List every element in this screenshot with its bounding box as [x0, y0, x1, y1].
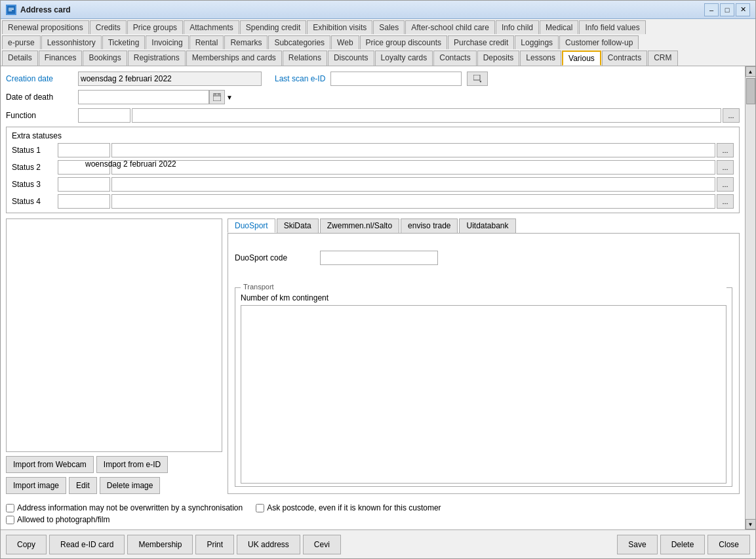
last-scan-dropdown-button[interactable]	[467, 72, 488, 86]
copy-button[interactable]: Copy	[6, 535, 47, 554]
last-scan-input[interactable]	[330, 72, 462, 86]
tab-info-child[interactable]: Info child	[496, 20, 539, 34]
tab-bookings[interactable]: Bookings	[83, 51, 127, 66]
allowed-photo-checkbox[interactable]	[6, 516, 14, 524]
tab-crm[interactable]: CRM	[648, 51, 677, 66]
status-4-input-1[interactable]	[58, 194, 110, 209]
delete-button[interactable]: Delete	[660, 535, 706, 554]
status-3-input-1[interactable]	[58, 177, 110, 192]
scroll-down-button[interactable]: ▼	[746, 519, 756, 529]
right-section: DuoSport SkiData Zwemmen.nl/Salto enviso…	[228, 218, 740, 494]
svg-rect-3	[9, 10, 12, 11]
tab-customer-follow-up[interactable]: Customer follow-up	[559, 35, 639, 49]
tab-purchase-credit[interactable]: Purchase credit	[448, 35, 514, 49]
minimize-button[interactable]: –	[704, 3, 719, 16]
status-3-input-2[interactable]	[111, 177, 715, 192]
transport-section-label: Transport	[241, 283, 726, 291]
tab-discounts[interactable]: Discounts	[328, 51, 374, 66]
tab-subcategories[interactable]: Subcategories	[268, 35, 330, 49]
tab-loggings[interactable]: Loggings	[515, 35, 559, 49]
tab-attachments[interactable]: Attachments	[184, 20, 239, 34]
function-ellipsis-button[interactable]: ...	[723, 108, 740, 123]
transport-km-input-area[interactable]	[241, 305, 726, 484]
close-button-bottom[interactable]: Close	[707, 535, 750, 554]
creation-date-input[interactable]	[78, 72, 262, 86]
ask-postcode-checkbox[interactable]	[256, 504, 264, 512]
status-1-ellipsis[interactable]: ...	[717, 143, 734, 157]
creation-date-label: Creation date	[6, 74, 78, 83]
maximize-button[interactable]: □	[720, 3, 734, 16]
edit-button[interactable]: Edit	[69, 477, 97, 494]
inner-tab-enviso[interactable]: enviso trade	[401, 218, 458, 233]
import-webcam-button[interactable]: Import from Webcam	[6, 456, 94, 473]
delete-image-button[interactable]: Delete image	[100, 477, 161, 494]
status-3-ellipsis[interactable]: ...	[717, 177, 734, 192]
lower-section: Import from Webcam Import from e-ID Impo…	[6, 218, 740, 494]
title-bar: Address card – □ ✕	[1, 1, 755, 19]
tab-credits[interactable]: Credits	[90, 20, 127, 34]
print-button[interactable]: Print	[195, 535, 234, 554]
tab-price-groups[interactable]: Price groups	[127, 20, 183, 34]
function-input-1[interactable]	[78, 108, 130, 123]
inner-tab-skidata[interactable]: SkiData	[277, 218, 319, 233]
tab-exhibition-visits[interactable]: Exhibition visits	[307, 20, 372, 34]
import-image-button[interactable]: Import image	[6, 477, 66, 494]
inner-tab-duosport[interactable]: DuoSport	[228, 218, 275, 233]
tab-after-school[interactable]: After-school child care	[405, 20, 495, 34]
tab-relations[interactable]: Relations	[283, 51, 327, 66]
status-4-ellipsis[interactable]: ...	[717, 194, 734, 209]
tab-registrations[interactable]: Registrations	[128, 51, 186, 66]
tab-medical[interactable]: Medical	[540, 20, 578, 34]
function-input-2[interactable]	[132, 108, 721, 123]
tab-epurse[interactable]: e-purse	[2, 35, 41, 49]
date-of-death-input[interactable]	[78, 90, 209, 104]
inner-tab-uitdatabank[interactable]: Uitdatabank	[459, 218, 515, 233]
date-of-death-calendar-button[interactable]	[209, 90, 225, 104]
svg-rect-4	[473, 75, 480, 80]
status-2-input-2[interactable]	[111, 160, 715, 175]
cevi-button[interactable]: Cevi	[303, 535, 341, 554]
status-4-input-2[interactable]	[111, 194, 715, 209]
close-button[interactable]: ✕	[736, 3, 750, 16]
tab-ticketing[interactable]: Ticketing	[102, 35, 146, 49]
tab-contacts[interactable]: Contacts	[433, 51, 476, 66]
tab-details[interactable]: Details	[2, 51, 38, 66]
duosport-code-input[interactable]	[320, 251, 438, 265]
read-eid-button[interactable]: Read e-ID card	[49, 535, 125, 554]
extra-statuses-section: Extra statuses Status 1 ... Status 2 ...	[6, 127, 740, 213]
tab-spending-credit[interactable]: Spending credit	[240, 20, 306, 34]
scroll-thumb[interactable]	[746, 78, 755, 104]
tab-invoicing[interactable]: Invoicing	[146, 35, 188, 49]
status-1-input-2[interactable]	[111, 143, 715, 157]
tab-finances[interactable]: Finances	[39, 51, 83, 66]
tab-remarks[interactable]: Remarks	[224, 35, 268, 49]
scroll-up-button[interactable]: ▲	[746, 66, 756, 77]
status-2-ellipsis[interactable]: ...	[717, 160, 734, 175]
status-4-label: Status 4	[12, 197, 58, 206]
allowed-photo-label: Allowed to photograph/film	[17, 515, 109, 524]
status-2-input-1[interactable]	[58, 160, 110, 175]
address-info-checkbox[interactable]	[6, 504, 14, 512]
membership-button[interactable]: Membership	[127, 535, 193, 554]
tab-lessonhistory[interactable]: Lessonhistory	[41, 35, 102, 49]
tab-contracts[interactable]: Contracts	[602, 51, 647, 66]
save-button[interactable]: Save	[617, 535, 657, 554]
tab-memberships-and-cards[interactable]: Memberships and cards	[186, 51, 282, 66]
tab-deposits[interactable]: Deposits	[477, 51, 520, 66]
tab-loyalty-cards[interactable]: Loyalty cards	[375, 51, 433, 66]
inner-tab-zwemmen[interactable]: Zwemmen.nl/Salto	[320, 218, 399, 233]
uk-address-button[interactable]: UK address	[237, 535, 300, 554]
main-scroll: Creation date woensdag 2 februari 2022 L…	[1, 66, 745, 529]
tab-web[interactable]: Web	[331, 35, 359, 49]
tab-sales[interactable]: Sales	[373, 20, 405, 34]
tab-info-field-values[interactable]: Info field values	[579, 20, 645, 34]
tab-various[interactable]: Various	[562, 51, 601, 66]
tab-renewal-propositions[interactable]: Renewal propositions	[2, 20, 89, 34]
tab-price-group-discounts[interactable]: Price group discounts	[360, 35, 447, 49]
tab-lessons[interactable]: Lessons	[520, 51, 561, 66]
address-info-label: Address information may not be overwritt…	[17, 503, 243, 512]
status-1-input-1[interactable]	[58, 143, 110, 157]
import-eid-button[interactable]: Import from e-ID	[96, 456, 168, 473]
tabs-row-3: Details Finances Bookings Registrations …	[1, 49, 755, 66]
tab-rental[interactable]: Rental	[189, 35, 224, 49]
